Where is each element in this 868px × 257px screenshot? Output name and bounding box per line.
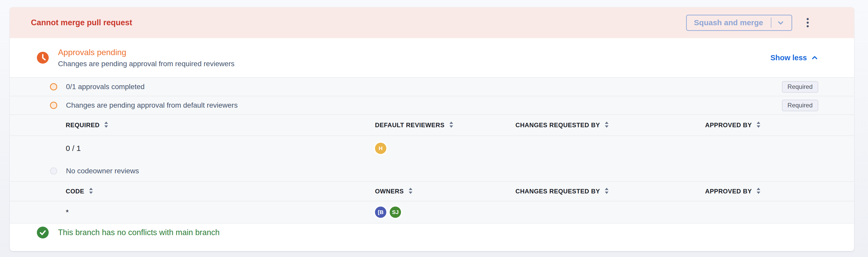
squash-and-merge-button[interactable]: Squash and merge: [686, 15, 792, 31]
approvals-pending-title: Approvals pending: [58, 47, 235, 57]
neutral-circle-icon: [50, 167, 57, 174]
avatar[interactable]: H: [375, 143, 386, 154]
sort-icon[interactable]: [449, 121, 454, 129]
sort-icon[interactable]: [756, 187, 761, 195]
sort-icon[interactable]: [604, 187, 609, 195]
required-badge: Required: [782, 81, 818, 93]
show-less-label: Show less: [770, 54, 807, 62]
approvals-pending-section: Approvals pending Changes are pending ap…: [10, 38, 854, 77]
button-divider: [771, 18, 771, 28]
required-count-cell: 0 / 1: [66, 144, 375, 153]
required-table-data-row: 0 / 1 H: [10, 136, 854, 161]
check-row-approvals-count: 0/1 approvals completed Required: [10, 77, 854, 96]
kebab-dot: [807, 18, 809, 20]
chevron-up-icon: [811, 54, 818, 61]
pending-circle-icon: [50, 83, 57, 90]
required-badge: Required: [782, 100, 818, 111]
sort-icon[interactable]: [408, 187, 413, 195]
default-reviewers-cell: H: [375, 143, 516, 154]
column-header-changes-requested-by[interactable]: CHANGES REQUESTED BY: [516, 121, 705, 129]
no-conflicts-status: This branch has no conflicts with main b…: [10, 223, 854, 251]
check-row-default-reviewers: Changes are pending approval from defaul…: [10, 96, 854, 114]
codeowners-table-data-row: * [B SJ: [10, 201, 854, 223]
clock-pending-icon: [37, 52, 49, 64]
pending-circle-icon: [50, 102, 57, 109]
banner-actions: Squash and merge: [686, 15, 813, 31]
required-table-header-row: REQUIRED DEFAULT REVIEWERS CHANGES REQUE…: [10, 115, 854, 136]
owners-cell: [B SJ: [375, 206, 516, 218]
codeowners-table-header-row: CODE OWNERS CHANGES REQUESTED BY APPROVE…: [10, 182, 854, 201]
code-pattern-cell: *: [66, 208, 375, 217]
check-label: 0/1 approvals completed: [66, 83, 782, 91]
column-header-approved-by[interactable]: APPROVED BY: [705, 187, 818, 195]
no-conflicts-label: This branch has no conflicts with main b…: [58, 228, 220, 237]
more-options-button[interactable]: [802, 15, 813, 31]
required-reviewers-section: REQUIRED DEFAULT REVIEWERS CHANGES REQUE…: [10, 114, 854, 181]
banner-title: Cannot merge pull request: [31, 18, 132, 27]
check-label: No codeowner reviews: [66, 167, 818, 175]
page-background: Cannot merge pull request Squash and mer…: [0, 0, 868, 257]
avatar[interactable]: SJ: [390, 206, 401, 218]
avatar[interactable]: [B: [375, 206, 386, 218]
check-label: Changes are pending approval from defaul…: [66, 101, 782, 109]
kebab-dot: [807, 22, 809, 24]
column-header-required[interactable]: REQUIRED: [66, 121, 375, 129]
sort-icon[interactable]: [756, 121, 761, 129]
column-header-default-reviewers[interactable]: DEFAULT REVIEWERS: [375, 121, 516, 129]
codeowners-section: CODE OWNERS CHANGES REQUESTED BY APPROVE…: [10, 181, 854, 223]
kebab-dot: [807, 25, 809, 27]
column-header-code[interactable]: CODE: [66, 187, 375, 195]
merge-checks-panel: Cannot merge pull request Squash and mer…: [10, 7, 854, 251]
cannot-merge-banner: Cannot merge pull request Squash and mer…: [10, 7, 854, 38]
check-row-codeowners: No codeowner reviews: [10, 161, 854, 181]
column-header-approved-by[interactable]: APPROVED BY: [705, 121, 818, 129]
sort-icon[interactable]: [88, 187, 94, 195]
column-header-changes-requested-by[interactable]: CHANGES REQUESTED BY: [516, 187, 705, 195]
column-header-owners[interactable]: OWNERS: [375, 187, 516, 195]
approvals-pending-text: Approvals pending Changes are pending ap…: [58, 47, 235, 68]
approvals-pending-subtitle: Changes are pending approval from requir…: [58, 60, 235, 68]
sort-icon[interactable]: [604, 121, 609, 129]
approvals-pending-summary: Approvals pending Changes are pending ap…: [37, 47, 235, 68]
sort-icon[interactable]: [103, 121, 109, 129]
show-less-toggle[interactable]: Show less: [770, 54, 818, 62]
chevron-down-icon[interactable]: [777, 19, 784, 26]
check-success-icon: [37, 227, 49, 238]
merge-button-label: Squash and merge: [694, 18, 763, 27]
